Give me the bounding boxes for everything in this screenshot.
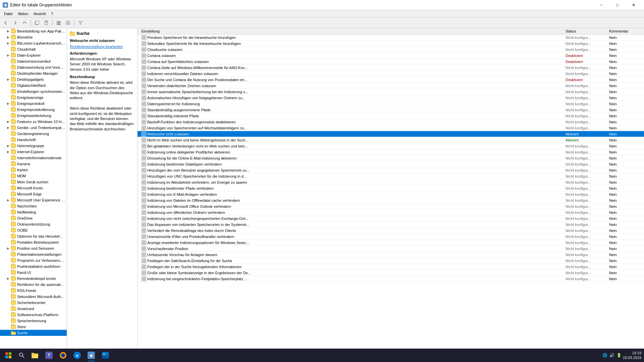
table-row[interactable]: Umfassende Vorschau für Anlagen steuern … <box>138 252 644 258</box>
taskbar-photos[interactable] <box>99 349 112 362</box>
tree-item-optionen[interactable]: Optionen für das Heruntef... <box>0 233 67 239</box>
table-row[interactable]: Indizierung von Dateien im Offlinedatei … <box>138 197 644 203</box>
menu-datei[interactable]: Datei <box>1 11 15 16</box>
tree-item-rss[interactable]: RSS-Feeds <box>0 288 67 294</box>
table-row[interactable]: Indizierung von nicht zwischengespeicher… <box>138 216 644 222</box>
tree-item-karten[interactable]: Karten <box>0 167 67 173</box>
table-row[interactable]: Das Anpassen von indizierten Speicherort… <box>138 222 644 228</box>
tree-item-richtlinien[interactable]: Richtlinien für die automati... <box>0 282 67 288</box>
tree-item-mdm[interactable]: MDM <box>0 173 67 179</box>
tree-item-ereignisprotokoll[interactable]: ▶ Ereignisprotokoll <box>0 101 67 107</box>
table-row[interactable]: Automatisches Hinzufügen von freigegeben… <box>138 95 644 101</box>
table-row[interactable]: Indizierung von öffentlichen Ordnern ver… <box>138 209 644 216</box>
table-row[interactable]: Standardmäßig indizierte Pfade Nicht kon… <box>138 113 644 119</box>
forward-button[interactable] <box>11 19 19 27</box>
tree-item-einstellungen[interactable]: Einstellungen synchronisier... <box>0 88 67 95</box>
tree-item-cloudinhalt[interactable]: Cloudinhalt <box>0 46 67 52</box>
tree-item-internet[interactable]: ▶ Internet Explorer <box>0 149 67 155</box>
tree-item-sicherheit[interactable]: Sicherheitscenter <box>0 300 67 306</box>
tree-item-geraete[interactable]: ▶ Geräte- und Treiberkompatib... <box>0 125 67 131</box>
tree-item-ereignisanzeige[interactable]: Ereignisanzeige <box>0 95 67 101</box>
menu-ansicht[interactable]: Ansicht <box>31 11 48 16</box>
taskbar-teams[interactable]: T <box>42 349 56 362</box>
tree-item-sekundaer[interactable]: Sekundärer Microsoft-Auth... <box>0 294 67 300</box>
menu-aktion[interactable]: Aktion <box>15 11 31 16</box>
filter-button[interactable] <box>76 19 85 27</box>
table-row[interactable]: Verwenden diakritischer Zeichen zulassen… <box>138 83 644 89</box>
tree-item-smartcard[interactable]: Smartcard <box>0 306 67 312</box>
tree-item-datei-explorer[interactable]: ▶ Datei-Explorer <box>0 52 67 58</box>
table-row[interactable]: Cloudsuche zulassen Nicht konfigur... Ne… <box>138 47 644 53</box>
tree-item-geraeteregistrierung[interactable]: Geräteregistrierung <box>0 131 67 137</box>
close-button[interactable]: ✕ <box>626 0 641 10</box>
tree-item-rand[interactable]: Rand-UI <box>0 269 67 276</box>
table-row[interactable]: Indizierung von E-Mail-Anlagen verhinder… <box>138 191 644 197</box>
table-row[interactable]: Bei getakteten Verbindungen nicht im Web… <box>138 143 644 149</box>
tree-item-store[interactable]: Store <box>0 324 67 330</box>
table-row[interactable]: Festlegen der SafeSearch-Einstellung für… <box>138 258 644 264</box>
back-button[interactable] <box>1 19 10 27</box>
table-row[interactable]: Cortana auf Sperrbildschirm zulassen Dea… <box>138 59 644 65</box>
tree-item-heimnetz[interactable]: ▶ Heimnetzgruppe <box>0 143 67 149</box>
properties-button[interactable] <box>64 19 72 27</box>
tree-item-nachrichten[interactable]: Nachrichten <box>0 203 67 209</box>
tree-item-desktopfenster[interactable]: Desktopfenster-Manager <box>0 70 67 76</box>
search-button[interactable] <box>17 349 27 362</box>
copy-button[interactable] <box>33 19 41 27</box>
table-row[interactable]: Standardmäßig ausgenommene Pfade Nicht k… <box>138 107 644 113</box>
maximize-button[interactable]: □ <box>610 0 625 10</box>
tree-item-features[interactable]: ▶ Features zu Windows 10 hin... <box>0 119 67 125</box>
table-row[interactable]: Hinzufügen der vom Benutzer angegebenen … <box>138 167 644 173</box>
tree-item-internetinfo[interactable]: Internetinformationsdienste <box>0 155 67 161</box>
table-row[interactable]: Verhindert die Remoteabfrage des Index d… <box>138 228 644 234</box>
tree-item-suche[interactable]: Suche <box>0 330 67 336</box>
tree-item-desktopgadgets[interactable]: ▶ Desktopgadgets <box>0 76 67 82</box>
tree-item-digital[interactable]: Digitalschließfach <box>0 82 67 88</box>
tree-item-programm[interactable]: Programm zur Verbesserung... <box>0 257 67 263</box>
table-row[interactable]: Der Suche und Cortana die Nutzung von Po… <box>138 77 644 83</box>
paste-button[interactable] <box>42 19 51 27</box>
minimize-button[interactable]: − <box>594 0 609 10</box>
tree-item-microsoft-edge[interactable]: Microsoft Edge <box>0 191 67 197</box>
table-row[interactable]: Anzeige erweiterter Indizierungsoptionen… <box>138 240 644 246</box>
tree-item-handschrift[interactable]: Handschrift <box>0 137 67 143</box>
taskbar-firefox[interactable] <box>56 349 70 362</box>
table-row[interactable]: Hinzufügen von UNC-Speicherorten für die… <box>138 173 644 179</box>
table-row[interactable]: Cortana zulassen Deaktiviert Nein <box>138 53 644 59</box>
settings-button[interactable] <box>54 19 63 27</box>
table-row[interactable]: Unerwünschte iFilter und Protokollhandle… <box>138 234 644 240</box>
tree-item-microsoft-konto[interactable]: Microsoft-Konto <box>0 185 67 191</box>
tree-item-remote[interactable]: ▶ Remotedesktopd ienste <box>0 276 67 282</box>
tree-item-dateiversionen[interactable]: Dateiversionsverläuf <box>0 58 67 64</box>
tree-item-datensammlung[interactable]: Datensammlung und Vorabe... <box>0 64 67 70</box>
table-row[interactable]: Vorschaufenster-Position Nicht konfigur.… <box>138 246 644 252</box>
table-row[interactable]: Datenspeicherort für Indizierung Nicht k… <box>138 101 644 107</box>
table-row[interactable]: Indizierung bestimmter Dateitypen verhin… <box>138 161 644 167</box>
up-button[interactable] <box>20 19 29 27</box>
table-row[interactable]: Cortana-Seite auf Windows-Willkommenssei… <box>138 65 644 71</box>
table-row[interactable]: Indizierung bei eingeschränktem Festplat… <box>138 276 644 282</box>
policy-link[interactable]: Richtlinieneinstellung bearbeiten <box>70 45 135 49</box>
tree-item-onedrive[interactable]: OneDrive <box>0 215 67 221</box>
tree-item-ereignisprotokollierung[interactable]: Ereignisprotokollierung <box>0 107 67 113</box>
tree-item-software[interactable]: Softwareschutz-Plattform <box>0 312 67 318</box>
table-row[interactable]: Sekundäre Speicherorte für die Intranets… <box>138 41 644 47</box>
tree-item-kamera[interactable]: Kamera <box>0 161 67 167</box>
table-row[interactable]: Nicht im Web suchen und keine Webergebni… <box>138 137 644 143</box>
table-row[interactable]: Festlegen der in der Suche freizugebende… <box>138 264 644 270</box>
tree-item-netmeeting[interactable]: NetMeeting <box>0 209 67 215</box>
table-row[interactable]: Indizierung von Microsoft Office Outlook… <box>138 203 644 209</box>
tree-item-bitlocker[interactable]: ▶ BitLocker-Laufwerksverschlü... <box>0 40 67 46</box>
tree-item-meingeraet[interactable]: Mein Gerät suchen <box>0 179 67 185</box>
table-row[interactable]: Indizierung bestimmter Pfade verhindern … <box>138 185 644 191</box>
table-row[interactable]: Große oder kleine Symbolanzeige in den E… <box>138 270 644 276</box>
tree-item-microsoft-user[interactable]: ▶ Microsoft User Experience V... <box>0 197 67 203</box>
table-row[interactable]: Hinzufügen von Speicherorten auf Wechsel… <box>138 125 644 131</box>
tree-item-biometrie[interactable]: ▶ Biometrie <box>0 34 67 40</box>
menu-help[interactable]: ? <box>48 11 56 16</box>
table-row[interactable]: Backoff-Funktion des Indizierungsmoduls … <box>138 119 644 125</box>
table-row[interactable]: Websuche nicht zulassen Aktiviert Nein <box>138 131 644 137</box>
taskbar-gpedit[interactable]: 📋 <box>85 349 98 362</box>
table-row[interactable]: Drosselung für die Online-E-Mail-Indizie… <box>138 155 644 161</box>
tree-item-push[interactable]: Pushinstallation ausführen <box>0 263 67 269</box>
